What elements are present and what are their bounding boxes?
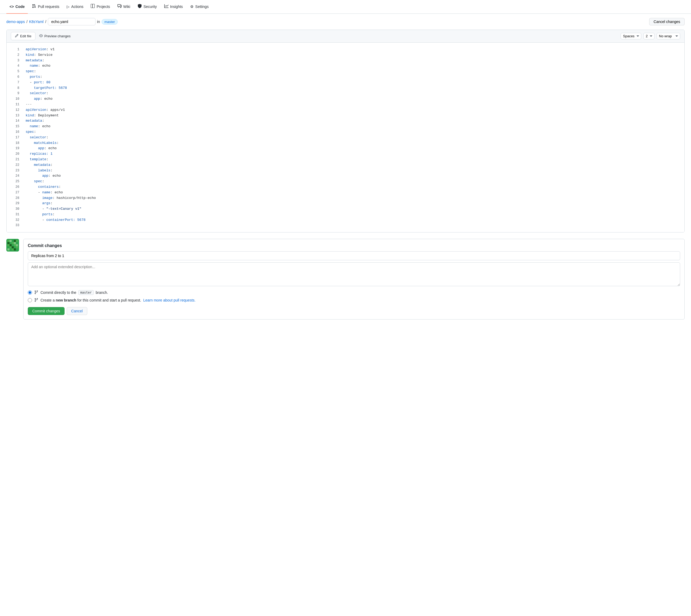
security-icon — [137, 4, 142, 9]
commit-desc-input[interactable] — [28, 262, 680, 286]
line-content: kind: Service — [26, 52, 52, 58]
line-number: 21 — [11, 157, 19, 162]
nav-item-wiki[interactable]: Wiki — [114, 0, 133, 14]
code-line: 20 replicas: 1 — [7, 151, 684, 157]
svg-rect-8 — [12, 242, 14, 244]
pull-requests-icon — [32, 4, 36, 9]
option-new-branch[interactable]: Create a new branch for this commit and … — [28, 298, 680, 303]
svg-rect-20 — [16, 246, 18, 248]
commit-submit-button[interactable]: Commit changes — [28, 307, 65, 315]
svg-rect-15 — [16, 244, 18, 246]
line-content: - port: 80 — [26, 80, 50, 85]
nav-item-code[interactable]: <> Code — [6, 0, 28, 14]
nav-label-insights: Insights — [170, 4, 183, 9]
nav-bar: <> Code Pull requests ▷ Actions Projects… — [0, 0, 691, 14]
insights-icon — [164, 4, 169, 9]
avatar — [6, 239, 19, 251]
commit-actions: Commit changes Cancel — [28, 307, 680, 315]
nav-item-insights[interactable]: Insights — [161, 0, 186, 14]
branch-inline-badge: master — [78, 290, 93, 295]
code-line: 29 args: — [7, 201, 684, 206]
file-name-input[interactable] — [48, 18, 95, 25]
nav-label-code: Code — [15, 4, 25, 9]
line-content: labels: — [26, 168, 52, 174]
nav-label-actions: Actions — [71, 4, 83, 9]
line-number: 30 — [11, 206, 19, 212]
svg-rect-18 — [12, 246, 14, 248]
line-number: 6 — [11, 74, 19, 80]
line-content: kind: Deployment — [26, 113, 59, 118]
branch-icon — [34, 298, 38, 303]
line-content: targetPort: 5678 — [26, 85, 67, 91]
line-number: 24 — [11, 174, 19, 178]
option-direct-commit[interactable]: Commit directly to the master branch. — [28, 290, 680, 295]
svg-rect-25 — [16, 248, 18, 250]
code-line: 25 spec: — [7, 179, 684, 184]
nav-item-projects[interactable]: Projects — [88, 0, 113, 14]
code-line: 16spec: — [7, 129, 684, 135]
line-content: selector: — [26, 91, 48, 96]
commit-options: Commit directly to the master branch. Cr… — [28, 290, 680, 303]
spaces-select[interactable]: Spaces Tabs — [621, 33, 641, 39]
line-number: 8 — [11, 86, 19, 91]
line-number: 25 — [11, 179, 19, 184]
cancel-changes-button[interactable]: Cancel changes — [649, 18, 685, 25]
line-content: metadata: — [26, 118, 44, 124]
code-line: 11--- — [7, 102, 684, 107]
code-line: 28 image: hashicorp/http-echo — [7, 195, 684, 201]
line-number: 27 — [11, 190, 19, 195]
nav-label-security: Security — [144, 4, 157, 9]
nav-label-settings: Settings — [195, 4, 209, 9]
option-direct-suffix: branch. — [96, 290, 108, 295]
radio-new-branch[interactable] — [28, 298, 32, 302]
learn-more-link[interactable]: Learn more about pull requests. — [144, 298, 196, 302]
line-number: 17 — [11, 135, 19, 140]
nav-item-pull-requests[interactable]: Pull requests — [29, 0, 62, 14]
line-content: ports: — [26, 212, 55, 217]
commit-title: Commit changes — [28, 243, 680, 248]
nav-label-wiki: Wiki — [123, 4, 130, 9]
nav-item-actions[interactable]: ▷ Actions — [64, 0, 87, 14]
line-number: 16 — [11, 130, 19, 135]
editor-tabs: Edit file Preview changes — [11, 32, 74, 40]
line-content: selector: — [26, 135, 48, 140]
breadcrumb-owner[interactable]: demo-apps — [6, 20, 25, 24]
line-number: 26 — [11, 184, 19, 190]
tab-edit-file[interactable]: Edit file — [11, 32, 36, 40]
commit-cancel-button[interactable]: Cancel — [67, 307, 87, 315]
indent-select[interactable]: 2 4 8 — [643, 33, 654, 39]
svg-rect-7 — [9, 242, 12, 244]
nav-item-security[interactable]: Security — [134, 0, 160, 14]
line-number: 5 — [11, 69, 19, 74]
commit-summary-input[interactable] — [28, 251, 680, 260]
svg-rect-6 — [7, 242, 9, 244]
code-line: 9 selector: — [7, 91, 684, 96]
svg-rect-3 — [12, 240, 14, 242]
tab-edit-label: Edit file — [20, 34, 31, 38]
nav-item-settings[interactable]: ⚙ Settings — [187, 0, 212, 14]
option-direct-label: Commit directly to the — [41, 290, 76, 295]
line-content: template: — [26, 157, 48, 162]
line-content: metadata: — [26, 58, 44, 64]
svg-rect-4 — [14, 240, 16, 242]
line-number: 2 — [11, 53, 19, 58]
line-content: name: echo — [26, 63, 50, 69]
line-number: 11 — [11, 102, 19, 107]
code-line: 19 app: echo — [7, 146, 684, 151]
breadcrumb-repo[interactable]: K8sYaml — [29, 20, 44, 24]
tab-preview-changes[interactable]: Preview changes — [36, 32, 74, 40]
nav-label-projects: Projects — [96, 4, 110, 9]
line-number: 32 — [11, 218, 19, 223]
wiki-icon — [117, 4, 122, 9]
svg-rect-1 — [7, 240, 9, 242]
radio-direct[interactable] — [28, 290, 32, 295]
wrap-select[interactable]: No wrap Soft wrap — [656, 33, 680, 39]
avatar-icon — [6, 239, 19, 251]
settings-icon: ⚙ — [190, 4, 194, 9]
line-content: --- — [26, 102, 32, 107]
code-editor[interactable]: 1apiVersion: v12kind: Service3metadata:4… — [7, 43, 684, 232]
code-line: 32 - containerPort: 5678 — [7, 217, 684, 223]
svg-rect-9 — [14, 242, 16, 244]
line-number: 13 — [11, 113, 19, 118]
line-number: 7 — [11, 80, 19, 85]
